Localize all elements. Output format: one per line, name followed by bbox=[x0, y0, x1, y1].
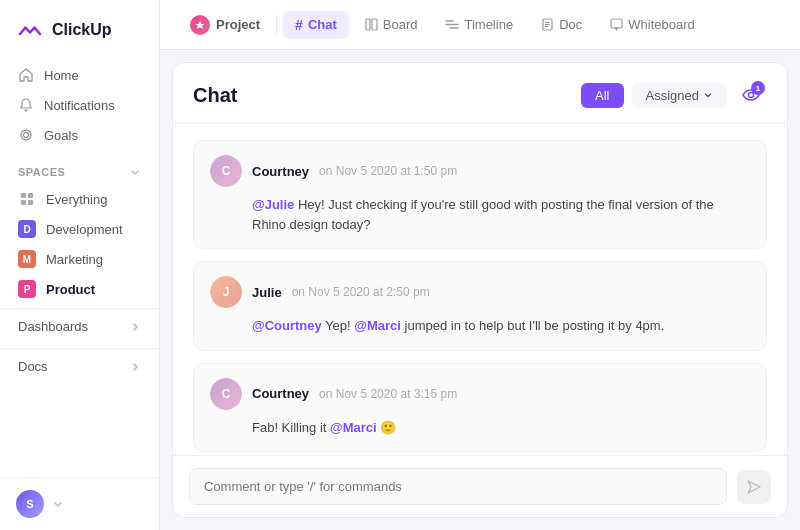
development-label: Development bbox=[46, 222, 123, 237]
sidebar-item-everything[interactable]: Everything bbox=[8, 184, 151, 214]
sidebar-item-home[interactable]: Home bbox=[8, 60, 151, 90]
svg-rect-7 bbox=[372, 19, 377, 30]
logo: ClickUp bbox=[0, 0, 159, 56]
messages-list: C Courtney on Nov 5 2020 at 1:50 pm @Jul… bbox=[173, 124, 787, 455]
svg-rect-5 bbox=[28, 200, 33, 205]
doc-tab-label: Doc bbox=[559, 17, 582, 32]
time-3: on Nov 5 2020 at 3:15 pm bbox=[319, 387, 457, 401]
filter-assigned-label: Assigned bbox=[646, 88, 699, 103]
sidebar-bottom: S bbox=[0, 477, 159, 530]
time-1: on Nov 5 2020 at 1:50 pm bbox=[319, 164, 457, 178]
sidebar-goals-label: Goals bbox=[44, 128, 78, 143]
chevron-down-icon-filter bbox=[703, 90, 713, 100]
mention-marci-2: @Marci bbox=[330, 420, 377, 435]
hash-icon: # bbox=[295, 17, 303, 33]
chat-header: Chat All Assigned 1 bbox=[173, 63, 787, 124]
time-2: on Nov 5 2020 at 2:50 pm bbox=[292, 285, 430, 299]
tab-chat[interactable]: # Chat bbox=[283, 11, 349, 39]
spaces-label: Spaces bbox=[18, 166, 65, 178]
avatar-courtney-2: C bbox=[210, 378, 242, 410]
sidebar-item-notifications[interactable]: Notifications bbox=[8, 90, 151, 120]
nav-divider bbox=[276, 15, 277, 35]
svg-rect-3 bbox=[28, 193, 33, 198]
product-label: Product bbox=[46, 282, 95, 297]
chat-title: Chat bbox=[193, 84, 237, 107]
timeline-tab-label: Timeline bbox=[464, 17, 513, 32]
chat-filter: All Assigned 1 bbox=[581, 79, 767, 111]
whiteboard-tab-label: Whiteboard bbox=[628, 17, 694, 32]
sidebar-item-development[interactable]: D Development bbox=[8, 214, 151, 244]
docs-label: Docs bbox=[18, 359, 48, 374]
marketing-label: Marketing bbox=[46, 252, 103, 267]
message-card-3: C Courtney on Nov 5 2020 at 3:15 pm Fab!… bbox=[193, 363, 767, 453]
chat-tab-label: Chat bbox=[308, 17, 337, 32]
filter-assigned-button[interactable]: Assigned bbox=[632, 83, 727, 108]
message-meta-3: C Courtney on Nov 5 2020 at 3:15 pm bbox=[210, 378, 750, 410]
message-text-2a: Yep! bbox=[322, 318, 355, 333]
message-text-3a: Fab! Killing it bbox=[252, 420, 330, 435]
doc-icon bbox=[541, 18, 554, 31]
message-text-1: Hey! Just checking if you're still good … bbox=[252, 197, 714, 232]
bell-icon bbox=[18, 97, 34, 113]
sidebar-item-goals[interactable]: Goals bbox=[8, 120, 151, 150]
author-julie: Julie bbox=[252, 285, 282, 300]
tab-doc[interactable]: Doc bbox=[529, 11, 594, 38]
message-card-1: C Courtney on Nov 5 2020 at 1:50 pm @Jul… bbox=[193, 140, 767, 249]
board-tab-label: Board bbox=[383, 17, 418, 32]
chevron-down-icon bbox=[129, 166, 141, 178]
project-label: Project bbox=[216, 17, 260, 32]
spaces-section-header: Spaces bbox=[0, 154, 159, 184]
chat-input[interactable] bbox=[189, 468, 727, 505]
svg-rect-4 bbox=[21, 200, 26, 205]
sidebar-item-product[interactable]: P Product bbox=[8, 274, 151, 304]
avatar-courtney-1: C bbox=[210, 155, 242, 187]
spaces-list: Everything D Development M Marketing P P… bbox=[0, 184, 159, 304]
svg-point-1 bbox=[24, 133, 29, 138]
mention-courtney: @Courtney bbox=[252, 318, 322, 333]
tab-timeline[interactable]: Timeline bbox=[433, 11, 525, 38]
chat-input-area bbox=[173, 455, 787, 517]
filter-all-button[interactable]: All bbox=[581, 83, 623, 108]
clickup-logo-icon bbox=[16, 16, 44, 44]
logo-text: ClickUp bbox=[52, 21, 112, 39]
product-dot: P bbox=[18, 280, 36, 298]
mention-marci: @Marci bbox=[354, 318, 401, 333]
marketing-dot: M bbox=[18, 250, 36, 268]
sidebar-item-docs[interactable]: Docs bbox=[0, 348, 159, 384]
everything-grid-icon bbox=[18, 190, 36, 208]
tab-board[interactable]: Board bbox=[353, 11, 430, 38]
development-dot: D bbox=[18, 220, 36, 238]
send-icon bbox=[746, 479, 762, 495]
send-button[interactable] bbox=[737, 470, 771, 504]
chat-area: Chat All Assigned 1 bbox=[172, 62, 788, 518]
everything-label: Everything bbox=[46, 192, 107, 207]
whiteboard-icon bbox=[610, 18, 623, 31]
sidebar-notifications-label: Notifications bbox=[44, 98, 115, 113]
message-meta-1: C Courtney on Nov 5 2020 at 1:50 pm bbox=[210, 155, 750, 187]
chat-bell-button[interactable]: 1 bbox=[735, 79, 767, 111]
mention-julie: @Julie bbox=[252, 197, 294, 212]
main-content: Project # Chat Board Timeline bbox=[160, 0, 800, 530]
message-body-2: @Courtney Yep! @Marci jumped in to help … bbox=[210, 316, 750, 336]
author-courtney-2: Courtney bbox=[252, 386, 309, 401]
tab-whiteboard[interactable]: Whiteboard bbox=[598, 11, 706, 38]
avatar[interactable]: S bbox=[16, 490, 44, 518]
svg-rect-2 bbox=[21, 193, 26, 198]
chevron-down-icon-user bbox=[52, 498, 64, 510]
svg-rect-15 bbox=[611, 19, 622, 28]
svg-point-0 bbox=[21, 130, 31, 140]
sidebar-item-dashboards[interactable]: Dashboards bbox=[0, 308, 159, 344]
chevron-right-icon-2 bbox=[129, 361, 141, 373]
project-nav-item[interactable]: Project bbox=[180, 9, 270, 41]
top-navigation: Project # Chat Board Timeline bbox=[160, 0, 800, 50]
svg-rect-6 bbox=[366, 19, 370, 30]
home-icon bbox=[18, 67, 34, 83]
sidebar-item-marketing[interactable]: M Marketing bbox=[8, 244, 151, 274]
message-text-2b: jumped in to help but I'll be posting it… bbox=[401, 318, 664, 333]
notification-badge: 1 bbox=[751, 81, 765, 95]
sidebar-navigation: Home Notifications Goals bbox=[0, 56, 159, 154]
dashboards-label: Dashboards bbox=[18, 319, 88, 334]
message-meta-2: J Julie on Nov 5 2020 at 2:50 pm bbox=[210, 276, 750, 308]
project-icon bbox=[190, 15, 210, 35]
message-body-1: @Julie Hey! Just checking if you're stil… bbox=[210, 195, 750, 234]
